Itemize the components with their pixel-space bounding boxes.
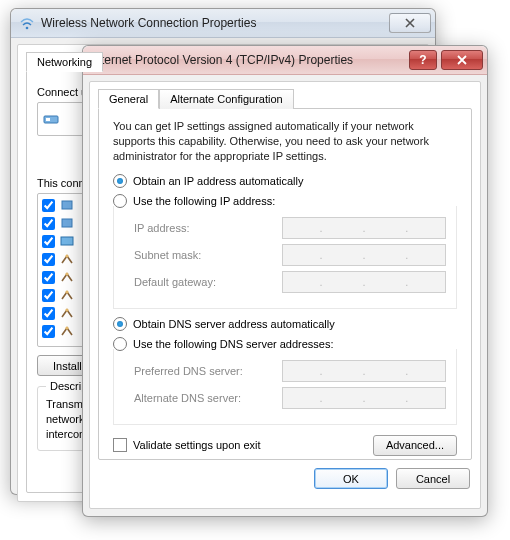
ok-button[interactable]: OK xyxy=(314,468,388,489)
gateway-input: ... xyxy=(282,271,446,293)
radio-auto-ip[interactable]: Obtain an IP address automatically xyxy=(113,174,457,188)
window-title: Wireless Network Connection Properties xyxy=(41,16,389,30)
radio-auto-dns[interactable]: Obtain DNS server address automatically xyxy=(113,317,457,331)
item-checkbox[interactable] xyxy=(42,199,55,212)
svg-point-8 xyxy=(65,290,68,293)
svg-point-10 xyxy=(65,326,68,329)
titlebar[interactable]: Internet Protocol Version 4 (TCP/IPv4) P… xyxy=(83,46,487,75)
service-icon xyxy=(59,215,75,231)
item-checkbox[interactable] xyxy=(42,325,55,338)
protocol-icon xyxy=(59,287,75,303)
subnet-label: Subnet mask: xyxy=(134,249,274,261)
advanced-button[interactable]: Advanced... xyxy=(373,435,457,456)
radio-icon xyxy=(113,174,127,188)
svg-point-0 xyxy=(26,27,29,30)
ipv4-properties-window: Internet Protocol Version 4 (TCP/IPv4) P… xyxy=(82,45,488,517)
ip-address-label: IP address: xyxy=(134,222,274,234)
cancel-button[interactable]: Cancel xyxy=(396,468,470,489)
gateway-label: Default gateway: xyxy=(134,276,274,288)
svg-rect-5 xyxy=(61,237,73,245)
protocol-icon xyxy=(59,323,75,339)
window-title: Internet Protocol Version 4 (TCP/IPv4) P… xyxy=(91,53,409,67)
radio-label: Obtain an IP address automatically xyxy=(133,175,303,187)
radio-icon xyxy=(113,337,127,351)
item-checkbox[interactable] xyxy=(42,253,55,266)
radio-label: Obtain DNS server address automatically xyxy=(133,318,335,330)
close-button[interactable] xyxy=(389,13,431,33)
help-button[interactable]: ? xyxy=(409,50,437,70)
protocol-icon xyxy=(59,305,75,321)
radio-icon xyxy=(113,194,127,208)
radio-icon xyxy=(113,317,127,331)
tab-general[interactable]: General xyxy=(98,89,159,109)
close-button[interactable] xyxy=(441,50,483,70)
client-icon xyxy=(59,197,75,213)
item-checkbox[interactable] xyxy=(42,289,55,302)
protocol-icon xyxy=(59,269,75,285)
description-text: You can get IP settings assigned automat… xyxy=(113,119,457,164)
svg-rect-3 xyxy=(62,201,72,209)
wireless-icon xyxy=(19,15,35,31)
pref-dns-input: ... xyxy=(282,360,446,382)
subnet-input: ... xyxy=(282,244,446,266)
service-icon xyxy=(59,233,75,249)
radio-label: Use the following IP address: xyxy=(133,195,275,207)
item-checkbox[interactable] xyxy=(42,235,55,248)
pref-dns-label: Preferred DNS server: xyxy=(134,365,274,377)
adapter-icon xyxy=(42,110,60,128)
item-checkbox[interactable] xyxy=(42,271,55,284)
svg-point-7 xyxy=(65,272,68,275)
validate-checkbox[interactable] xyxy=(113,438,127,452)
item-checkbox[interactable] xyxy=(42,307,55,320)
ip-address-input: ... xyxy=(282,217,446,239)
protocol-icon xyxy=(59,251,75,267)
titlebar[interactable]: Wireless Network Connection Properties xyxy=(11,9,435,38)
validate-label: Validate settings upon exit xyxy=(133,439,261,451)
alt-dns-label: Alternate DNS server: xyxy=(134,392,274,404)
item-checkbox[interactable] xyxy=(42,217,55,230)
svg-rect-4 xyxy=(62,219,72,227)
radio-label: Use the following DNS server addresses: xyxy=(133,338,334,350)
svg-rect-2 xyxy=(46,118,50,121)
alt-dns-input: ... xyxy=(282,387,446,409)
svg-point-9 xyxy=(65,308,68,311)
svg-point-6 xyxy=(65,254,68,257)
tab-networking[interactable]: Networking xyxy=(26,52,103,72)
tab-alternate[interactable]: Alternate Configuration xyxy=(159,89,294,109)
